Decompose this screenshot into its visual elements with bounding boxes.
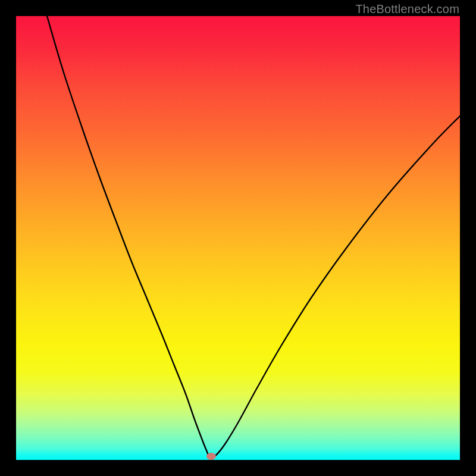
chart-stage: TheBottleneck.com <box>0 0 476 476</box>
curve-svg <box>16 16 460 460</box>
bottleneck-curve <box>47 16 460 458</box>
min-marker <box>206 453 216 460</box>
watermark-text: TheBottleneck.com <box>355 2 459 16</box>
plot-area <box>16 16 460 460</box>
